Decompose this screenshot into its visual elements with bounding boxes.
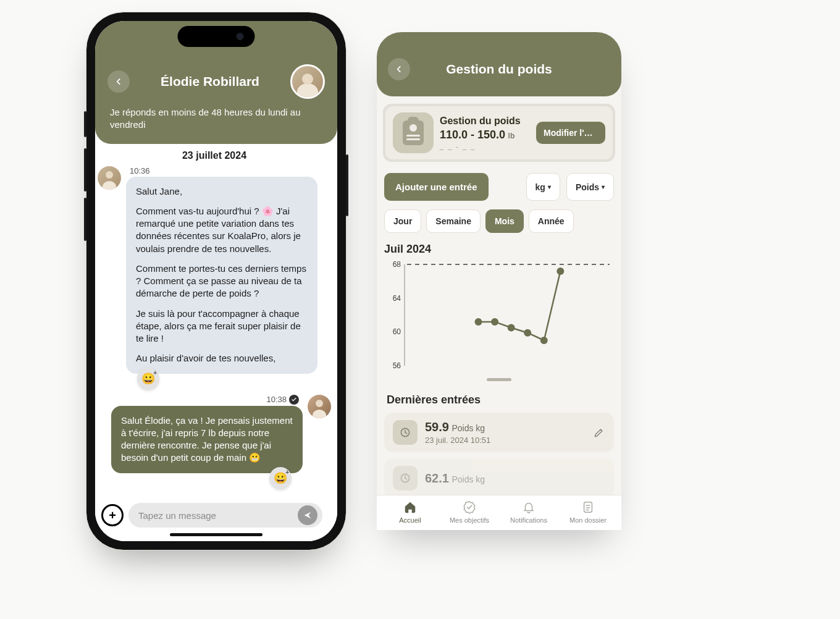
goal-sub: _ _ - _ _ <box>440 143 530 150</box>
tab-goals[interactable]: Mes objectifs <box>440 500 499 524</box>
chat-date: 23 juillet 2024 <box>98 150 331 161</box>
svg-text:60: 60 <box>393 327 401 336</box>
period-week[interactable]: Semaine <box>426 209 481 233</box>
back-button[interactable] <box>107 70 130 93</box>
message-time: 10:36 <box>126 166 317 177</box>
message-placeholder: Tapez un message <box>138 510 216 521</box>
chevron-down-icon: ▾ <box>602 183 605 190</box>
goal-card: Gestion du poids 110.0 - 150.0 lb _ _ - … <box>383 104 615 162</box>
composer: + Tapez un message <box>101 503 322 528</box>
svg-point-11 <box>556 267 564 275</box>
entry-card[interactable]: 62.1 Poids kg <box>384 458 614 498</box>
badge-check-icon <box>463 500 476 514</box>
period-month[interactable]: Mois <box>485 209 524 233</box>
plus-icon: + <box>109 508 116 523</box>
message-bubble[interactable]: Salut Élodie, ça va ! Je pensais justeme… <box>111 406 303 473</box>
chat-contact-name: Élodie Robillard <box>130 74 290 89</box>
msg-line: Comment vas-tu aujourd'hui ? 🌸 J'ai rema… <box>136 205 308 255</box>
weight-chart[interactable]: 56606468 <box>384 259 614 371</box>
chat-body[interactable]: 23 juillet 2024 10:36 Salut Jane, Commen… <box>95 144 337 542</box>
svg-point-10 <box>540 337 548 344</box>
tab-label: Mon dossier <box>569 516 607 524</box>
side-button <box>84 111 86 137</box>
msg-line: Au plaisir d'avoir de tes nouvelles, <box>136 352 308 364</box>
home-indicator <box>170 533 262 536</box>
send-button[interactable] <box>298 505 317 525</box>
metric-selector[interactable]: Poids▾ <box>566 173 614 201</box>
message-incoming: 10:36 Salut Jane, Comment vas-tu aujourd… <box>98 166 331 390</box>
chat-availability: Je réponds en moins de 48 heures du lund… <box>107 106 325 132</box>
dynamic-island <box>178 26 255 47</box>
msg-line: Comment te portes-tu ces derniers temps … <box>136 263 308 300</box>
add-entry-button[interactable]: Ajouter une entrée <box>384 173 489 201</box>
unit-selector[interactable]: kg▾ <box>526 173 560 201</box>
msg-line: Je suis là pour t'accompagner à chaque é… <box>136 308 308 345</box>
entries-title: Dernières entrées <box>387 394 611 406</box>
phone-weight-management: Gestion du poids Gestion du poids 110.0 … <box>377 32 621 530</box>
entry-label: Poids kg <box>452 474 485 484</box>
phone-frame-chat: Élodie Robillard Je réponds en moins de … <box>86 12 346 550</box>
plus-icon: + <box>153 369 157 376</box>
goal-unit: lb <box>508 132 515 140</box>
svg-point-7 <box>491 318 498 326</box>
bell-icon <box>522 500 536 514</box>
goal-label: Gestion du poids <box>440 116 530 127</box>
tab-label: Accueil <box>399 516 421 524</box>
period-day[interactable]: Jour <box>384 209 421 233</box>
tab-label: Notifications <box>510 516 547 524</box>
side-button <box>84 148 86 192</box>
contact-avatar-small <box>98 166 121 190</box>
chart-title: Juil 2024 <box>384 243 614 256</box>
entry-card[interactable]: 59.9 Poids kg 23 juil. 2024 10:51 <box>384 413 614 452</box>
svg-point-8 <box>508 324 515 332</box>
weight-header: Gestion du poids <box>377 32 621 96</box>
read-receipt-icon <box>289 395 299 405</box>
pencil-icon <box>593 426 605 439</box>
entry-value: 62.1 <box>425 471 449 485</box>
goal-range: 110.0 - 150.0 <box>440 128 505 141</box>
edit-goal-button[interactable]: Modifier l'obj… <box>536 122 605 144</box>
user-avatar-small <box>308 395 331 418</box>
svg-point-9 <box>524 329 531 337</box>
react-button[interactable]: 😀+ <box>269 467 292 489</box>
edit-entry-button[interactable] <box>593 426 605 439</box>
tab-home[interactable]: Accueil <box>380 500 440 524</box>
chevron-down-icon: ▾ <box>548 183 551 190</box>
contact-avatar[interactable] <box>290 64 325 99</box>
tab-file[interactable]: Mon dossier <box>558 500 618 524</box>
send-icon <box>303 510 313 520</box>
entry-value: 59.9 <box>425 420 449 434</box>
tab-bar: Accueil Mes objectifs Notifications Mon … <box>377 495 621 530</box>
chevron-left-icon <box>114 77 123 86</box>
side-button <box>346 154 348 216</box>
msg-line: Salut Élodie, ça va ! Je pensais justeme… <box>121 415 293 465</box>
svg-text:56: 56 <box>393 361 401 370</box>
svg-rect-14 <box>584 502 592 513</box>
svg-text:64: 64 <box>393 294 401 303</box>
clipboard-icon <box>403 120 424 145</box>
metric-label: Poids <box>576 182 599 192</box>
tab-notifications[interactable]: Notifications <box>499 500 558 524</box>
chevron-left-icon <box>395 65 403 74</box>
entry-label: Poids kg <box>452 423 485 433</box>
message-outgoing: 10:38 Salut Élodie, ça va ! Je pensais j… <box>98 395 331 489</box>
entry-date: 23 juil. 2024 10:51 <box>425 436 586 445</box>
side-button <box>84 198 86 241</box>
drag-handle[interactable] <box>487 378 511 381</box>
goal-icon <box>393 112 434 153</box>
plus-icon: + <box>285 469 289 476</box>
react-button[interactable]: 😀+ <box>137 368 159 390</box>
page-title: Gestion du poids <box>410 62 588 77</box>
clock-icon <box>393 420 418 445</box>
message-bubble[interactable]: Salut Jane, Comment vas-tu aujourd'hui ?… <box>126 177 317 374</box>
back-button[interactable] <box>388 58 410 80</box>
attach-button[interactable]: + <box>101 504 124 526</box>
clock-icon <box>393 466 418 491</box>
period-year[interactable]: Année <box>529 209 574 233</box>
svg-point-6 <box>475 318 482 326</box>
svg-text:68: 68 <box>393 260 401 269</box>
file-icon <box>581 500 595 514</box>
msg-line: Salut Jane, <box>136 185 308 198</box>
unit-label: kg <box>536 182 545 192</box>
message-input[interactable]: Tapez un message <box>128 503 322 528</box>
